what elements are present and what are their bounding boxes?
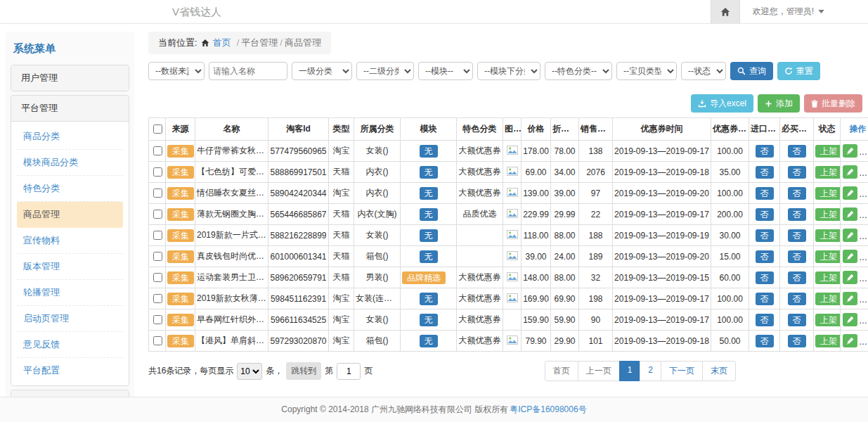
- edit-button[interactable]: [843, 334, 857, 347]
- filter-select-4[interactable]: --模块--: [418, 62, 473, 80]
- edit-button[interactable]: [843, 207, 857, 221]
- import-select-toggle[interactable]: 否: [756, 314, 774, 326]
- icp-link[interactable]: 粤ICP备16098006号: [510, 404, 586, 416]
- import-select-toggle[interactable]: 否: [756, 293, 774, 305]
- edit-button[interactable]: [843, 229, 857, 242]
- import-select-toggle[interactable]: 否: [756, 187, 774, 200]
- import-select-toggle[interactable]: 否: [756, 229, 774, 242]
- sidebar-group-2[interactable]: 平台管理: [11, 96, 129, 122]
- select-all-checkbox[interactable]: [153, 124, 162, 134]
- sidebar-group-1[interactable]: 用户管理: [11, 65, 129, 91]
- category-cell: 男装(): [354, 267, 401, 288]
- must-buy-toggle[interactable]: 否: [788, 229, 806, 242]
- sidebar-item[interactable]: 模块商品分类: [17, 150, 123, 176]
- row-checkbox[interactable]: [153, 167, 162, 177]
- page-button-末页[interactable]: 末页: [702, 361, 736, 381]
- module-cell: 无: [401, 204, 457, 225]
- edit-button[interactable]: [843, 250, 857, 263]
- import-select-toggle[interactable]: 否: [756, 335, 774, 347]
- sidebar-item[interactable]: 商品分类: [17, 124, 123, 150]
- status-badge[interactable]: 上架: [815, 187, 841, 200]
- edit-button[interactable]: [843, 165, 857, 179]
- batch-delete-button[interactable]: 批量删除: [804, 94, 862, 113]
- status-badge[interactable]: 上架: [815, 229, 841, 242]
- sidebar-item[interactable]: 特色分类: [17, 176, 123, 202]
- status-badge[interactable]: 上架: [815, 208, 841, 221]
- add-button[interactable]: 添加: [758, 94, 800, 113]
- discount-price-cell: 59.90: [551, 309, 579, 331]
- row-checkbox[interactable]: [153, 210, 162, 219]
- page-button-1[interactable]: 1: [619, 361, 641, 381]
- must-buy-toggle[interactable]: 否: [788, 293, 806, 305]
- user-menu[interactable]: 欢迎您，管理员!: [740, 6, 868, 18]
- source-badge: 采集: [167, 208, 194, 221]
- status-badge[interactable]: 上架: [815, 166, 841, 179]
- row-checkbox[interactable]: [153, 273, 162, 282]
- filter-select-8[interactable]: --状态--: [681, 62, 726, 80]
- name-cell: 情侣睡衣女夏丝绸男士...: [195, 183, 268, 204]
- must-buy-toggle[interactable]: 否: [788, 145, 806, 158]
- name-search-input[interactable]: [209, 62, 287, 80]
- page-button-2[interactable]: 2: [640, 361, 661, 381]
- import-select-toggle[interactable]: 否: [756, 250, 774, 263]
- edit-button[interactable]: [843, 313, 857, 326]
- module-cell: 无: [401, 309, 457, 331]
- sidebar-item[interactable]: 宣传物料: [17, 228, 123, 254]
- must-buy-toggle[interactable]: 否: [788, 208, 806, 221]
- breadcrumb-home-link[interactable]: 首页: [213, 37, 231, 49]
- import-select-toggle[interactable]: 否: [756, 145, 774, 158]
- import-select-toggle[interactable]: 否: [756, 166, 774, 179]
- edit-button[interactable]: [843, 186, 857, 200]
- status-badge[interactable]: 上架: [815, 293, 841, 305]
- name-cell: 运动套装男士卫衣初秋...: [195, 267, 268, 288]
- reset-button[interactable]: 重置: [777, 62, 820, 80]
- sidebar-item[interactable]: 意见反馈: [17, 332, 123, 358]
- status-badge[interactable]: 上架: [815, 314, 841, 326]
- row-checkbox[interactable]: [153, 188, 162, 198]
- sidebar-item[interactable]: 轮播管理: [17, 280, 123, 306]
- import-select-toggle[interactable]: 否: [756, 208, 774, 221]
- sidebar-item[interactable]: 平台配置: [17, 358, 123, 383]
- page-button-上一页[interactable]: 上一页: [578, 361, 620, 381]
- row-checkbox[interactable]: [153, 294, 162, 303]
- edit-button[interactable]: [843, 271, 857, 284]
- filter-select-0[interactable]: --数据来源--: [148, 62, 205, 80]
- jump-to-button[interactable]: 跳转到: [286, 362, 321, 380]
- status-badge[interactable]: 上架: [815, 271, 841, 284]
- status-badge[interactable]: 上架: [815, 250, 841, 263]
- row-checkbox[interactable]: [153, 146, 162, 155]
- status-badge[interactable]: 上架: [815, 335, 841, 347]
- must-buy-toggle[interactable]: 否: [788, 166, 806, 179]
- per-page-select[interactable]: 10: [237, 363, 262, 380]
- page-button-下一页[interactable]: 下一页: [661, 361, 703, 381]
- must-buy-toggle[interactable]: 否: [788, 271, 806, 284]
- edit-button[interactable]: [843, 292, 857, 305]
- filter-select-3[interactable]: --二级分类--: [356, 62, 414, 80]
- must-buy-toggle[interactable]: 否: [788, 314, 806, 326]
- import-select-toggle[interactable]: 否: [756, 271, 774, 284]
- row-checkbox[interactable]: [153, 315, 162, 324]
- filter-select-2[interactable]: 一级分类: [292, 62, 352, 80]
- must-buy-toggle[interactable]: 否: [788, 187, 806, 200]
- product-image-icon: [507, 272, 518, 281]
- filter-select-5[interactable]: --模块下分类--: [477, 62, 540, 80]
- status-badge[interactable]: 上架: [815, 145, 841, 158]
- home-button[interactable]: [711, 0, 740, 23]
- must-buy-toggle[interactable]: 否: [788, 250, 806, 263]
- page-number-input[interactable]: [337, 363, 361, 380]
- row-checkbox[interactable]: [153, 252, 162, 261]
- row-checkbox[interactable]: [153, 336, 162, 345]
- module-none-badge: 无: [420, 335, 438, 347]
- edit-button[interactable]: [843, 144, 857, 158]
- row-checkbox[interactable]: [153, 231, 162, 240]
- filter-select-6[interactable]: --特色分类--: [545, 62, 612, 80]
- coupon-amount-cell: 50.00: [711, 331, 749, 352]
- import-excel-button[interactable]: 导入excel: [691, 94, 753, 113]
- sidebar-item[interactable]: 商品管理: [17, 202, 123, 228]
- search-button[interactable]: 查询: [730, 62, 773, 80]
- filter-select-7[interactable]: --宝贝类型--: [616, 62, 677, 80]
- sidebar-item[interactable]: 版本管理: [17, 254, 123, 280]
- page-button-首页[interactable]: 首页: [545, 361, 578, 381]
- sidebar-item[interactable]: 启动页管理: [17, 306, 123, 332]
- must-buy-toggle[interactable]: 否: [788, 335, 806, 347]
